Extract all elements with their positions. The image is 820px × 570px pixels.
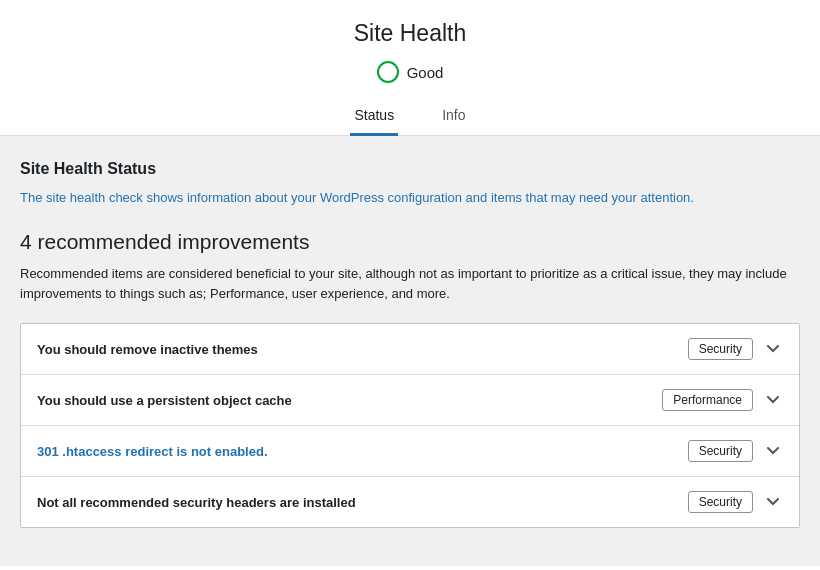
item-right: Security xyxy=(688,491,783,513)
page-title: Site Health xyxy=(0,20,820,47)
tab-status[interactable]: Status xyxy=(350,99,398,136)
improvements-description: Recommended items are considered benefic… xyxy=(20,264,800,306)
item-right: Security xyxy=(688,440,783,462)
list-item: 301 .htaccess redirect is not enabled. S… xyxy=(21,426,799,477)
chevron-down-icon[interactable] xyxy=(763,390,783,410)
status-indicator: Good xyxy=(0,61,820,83)
improvements-heading: 4 recommended improvements xyxy=(20,230,800,254)
item-label: You should use a persistent object cache xyxy=(37,393,292,408)
page-wrapper: Site Health Good Status Info Site Health… xyxy=(0,0,820,570)
status-label: Good xyxy=(407,64,444,81)
items-list: You should remove inactive themes Securi… xyxy=(20,323,800,528)
list-item: You should use a persistent object cache… xyxy=(21,375,799,426)
security-badge: Security xyxy=(688,440,753,462)
item-label: You should remove inactive themes xyxy=(37,342,258,357)
tab-info[interactable]: Info xyxy=(438,99,469,136)
list-item: Not all recommended security headers are… xyxy=(21,477,799,527)
item-right: Performance xyxy=(662,389,783,411)
section-title: Site Health Status xyxy=(20,160,800,178)
header: Site Health Good Status Info xyxy=(0,0,820,136)
tabs: Status Info xyxy=(0,99,820,136)
chevron-down-icon[interactable] xyxy=(763,441,783,461)
status-circle-icon xyxy=(377,61,399,83)
item-label-link[interactable]: 301 .htaccess redirect is not enabled. xyxy=(37,444,268,459)
section-description: The site health check shows information … xyxy=(20,188,800,208)
list-item: You should remove inactive themes Securi… xyxy=(21,324,799,375)
performance-badge: Performance xyxy=(662,389,753,411)
content-area: Site Health Status The site health check… xyxy=(0,136,820,566)
chevron-down-icon[interactable] xyxy=(763,339,783,359)
security-badge: Security xyxy=(688,491,753,513)
chevron-down-icon[interactable] xyxy=(763,492,783,512)
item-right: Security xyxy=(688,338,783,360)
security-badge: Security xyxy=(688,338,753,360)
item-label: Not all recommended security headers are… xyxy=(37,495,356,510)
